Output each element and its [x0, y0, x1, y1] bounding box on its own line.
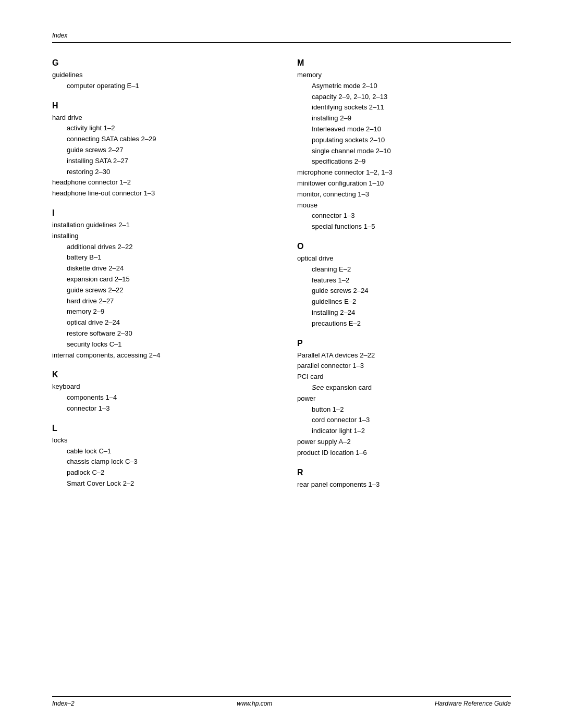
right-column: MmemoryAsymetric mode 2–10capacity 2–9, … — [297, 58, 511, 499]
index-subterm: connector 1–3 — [297, 211, 511, 221]
index-subterm: cord connector 1–3 — [297, 415, 511, 426]
footer-left: Index–2 — [52, 700, 75, 707]
index-term: microphone connector 1–2, 1–3 — [297, 167, 511, 178]
index-subterm: padlock C–2 — [52, 467, 266, 478]
index-term: installation guidelines 2–1 — [52, 220, 266, 231]
index-section-o: Ooptical drivecleaning E–2features 1–2gu… — [297, 242, 511, 329]
index-subterm: installing SATA 2–27 — [52, 156, 266, 167]
index-section-g: Gguidelinescomputer operating E–1 — [52, 58, 266, 92]
index-section-h: Hhard driveactivity light 1–2connecting … — [52, 101, 266, 199]
index-term: headphone line-out connector 1–3 — [52, 188, 266, 199]
section-letter: R — [297, 468, 511, 477]
index-subterm: identifying sockets 2–11 — [297, 102, 511, 113]
index-term: guidelines — [52, 70, 266, 81]
index-section-k: Kkeyboardcomponents 1–4connector 1–3 — [52, 370, 266, 414]
index-term: parallel connector 1–3 — [297, 361, 511, 372]
index-subterm: Smart Cover Lock 2–2 — [52, 478, 266, 489]
index-subterm: guide screws 2–27 — [52, 145, 266, 156]
page-header: Index — [52, 31, 511, 43]
section-letter: H — [52, 101, 266, 110]
index-section-l: Llockscable lock C–1chassis clamp lock C… — [52, 424, 266, 489]
index-term: installing — [52, 231, 266, 242]
index-subterm: precautions E–2 — [297, 318, 511, 329]
index-subterm: capacity 2–9, 2–10, 2–13 — [297, 92, 511, 103]
index-subterm: installing 2–9 — [297, 113, 511, 124]
index-subterm: security locks C–1 — [52, 339, 266, 350]
index-section-p: PParallel ATA devices 2–22parallel conne… — [297, 339, 511, 459]
index-subterm: restore software 2–30 — [52, 328, 266, 339]
section-letter: I — [52, 208, 266, 218]
index-subterm: features 1–2 — [297, 275, 511, 286]
index-term: hard drive — [52, 113, 266, 124]
index-subterm: guide screws 2–22 — [52, 285, 266, 296]
index-term: mouse — [297, 200, 511, 211]
footer-right: Hardware Reference Guide — [435, 700, 511, 707]
index-term: internal components, accessing 2–4 — [52, 350, 266, 361]
page-footer: Index–2 www.hp.com Hardware Reference Gu… — [52, 696, 511, 707]
index-term: optical drive — [297, 253, 511, 264]
index-subterm: cleaning E–2 — [297, 264, 511, 275]
index-term: power — [297, 393, 511, 404]
index-subterm: single channel mode 2–10 — [297, 146, 511, 157]
index-subterm: indicator light 1–2 — [297, 426, 511, 437]
index-section-m: MmemoryAsymetric mode 2–10capacity 2–9, … — [297, 58, 511, 232]
index-term: Parallel ATA devices 2–22 — [297, 350, 511, 361]
index-section-i: Iinstallation guidelines 2–1installingad… — [52, 208, 266, 361]
index-subterm: chassis clamp lock C–3 — [52, 456, 266, 467]
index-subterm: See expansion card — [297, 382, 511, 393]
index-subterm: specifications 2–9 — [297, 156, 511, 167]
index-term: monitor, connecting 1–3 — [297, 189, 511, 200]
section-letter: P — [297, 339, 511, 348]
index-subterm: optical drive 2–24 — [52, 317, 266, 328]
page: Index Gguidelinescomputer operating E–1H… — [0, 0, 563, 728]
index-subterm: restoring 2–30 — [52, 167, 266, 178]
section-letter: G — [52, 58, 266, 68]
section-letter: K — [52, 370, 266, 379]
index-subterm: computer operating E–1 — [52, 81, 266, 92]
index-subterm: expansion card 2–15 — [52, 274, 266, 285]
section-letter: O — [297, 242, 511, 251]
index-term: minitower configuration 1–10 — [297, 178, 511, 189]
index-subterm: populating sockets 2–10 — [297, 135, 511, 146]
index-subterm: additional drives 2–22 — [52, 242, 266, 253]
index-subterm: components 1–4 — [52, 392, 266, 403]
index-subterm: connecting SATA cables 2–29 — [52, 134, 266, 145]
index-subterm: button 1–2 — [297, 404, 511, 415]
index-term: keyboard — [52, 381, 266, 392]
index-term: rear panel components 1–3 — [297, 479, 511, 490]
index-subterm: memory 2–9 — [52, 306, 266, 317]
index-subterm: Interleaved mode 2–10 — [297, 124, 511, 135]
index-subterm: cable lock C–1 — [52, 446, 266, 457]
index-subterm: hard drive 2–27 — [52, 296, 266, 307]
index-term: memory — [297, 70, 511, 81]
index-subterm: installing 2–24 — [297, 307, 511, 318]
index-subterm: diskette drive 2–24 — [52, 263, 266, 274]
index-term: power supply A–2 — [297, 437, 511, 448]
index-term: PCI card — [297, 372, 511, 382]
content-area: Gguidelinescomputer operating E–1Hhard d… — [52, 58, 511, 499]
index-term: locks — [52, 435, 266, 446]
header-text: Index — [52, 32, 67, 39]
section-letter: M — [297, 58, 511, 68]
index-term: headphone connector 1–2 — [52, 177, 266, 188]
index-subterm: special functions 1–5 — [297, 221, 511, 232]
index-subterm: connector 1–3 — [52, 403, 266, 414]
index-section-r: Rrear panel components 1–3 — [297, 468, 511, 490]
footer-center: www.hp.com — [237, 700, 272, 707]
index-subterm: Asymetric mode 2–10 — [297, 81, 511, 92]
index-subterm: battery B–1 — [52, 252, 266, 263]
index-term: product ID location 1–6 — [297, 448, 511, 459]
index-subterm: guide screws 2–24 — [297, 286, 511, 297]
index-subterm: guidelines E–2 — [297, 297, 511, 307]
section-letter: L — [52, 424, 266, 433]
index-subterm: activity light 1–2 — [52, 123, 266, 134]
left-column: Gguidelinescomputer operating E–1Hhard d… — [52, 58, 266, 499]
